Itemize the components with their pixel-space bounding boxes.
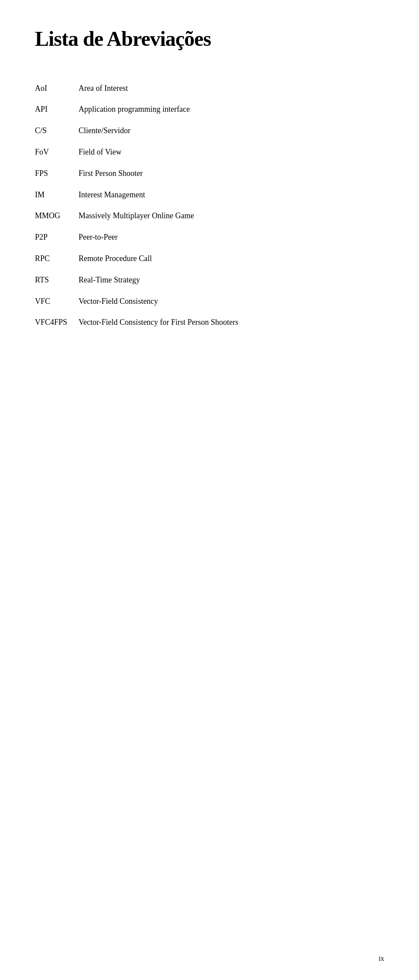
abbreviation-definition: Remote Procedure Call bbox=[79, 248, 384, 269]
page-title: Lista de Abreviações bbox=[35, 26, 384, 52]
abbreviation-row: VFCVector-Field Consistency bbox=[35, 291, 384, 312]
abbreviation-row: C/SCliente/Servidor bbox=[35, 120, 384, 141]
abbreviation-code: C/S bbox=[35, 120, 79, 141]
abbreviation-row: FPSFirst Person Shooter bbox=[35, 163, 384, 184]
abbreviation-definition: Cliente/Servidor bbox=[79, 120, 384, 141]
abbreviation-row: IMInterest Management bbox=[35, 184, 384, 206]
abbreviation-code: FPS bbox=[35, 163, 79, 184]
abbreviation-definition: Vector-Field Consistency bbox=[79, 291, 384, 312]
abbreviation-row: RPCRemote Procedure Call bbox=[35, 248, 384, 269]
abbreviation-definition: First Person Shooter bbox=[79, 163, 384, 184]
abbreviation-code: VFC4FPS bbox=[35, 312, 79, 333]
abbreviation-code: FoV bbox=[35, 141, 79, 163]
abbreviation-definition: Real-Time Strategy bbox=[79, 269, 384, 291]
abbreviation-row: VFC4FPSVector-Field Consistency for Firs… bbox=[35, 312, 384, 333]
abbreviation-row: RTSReal-Time Strategy bbox=[35, 269, 384, 291]
abbreviation-code: MMOG bbox=[35, 205, 79, 227]
abbreviation-code: IM bbox=[35, 184, 79, 206]
abbreviation-code: VFC bbox=[35, 291, 79, 312]
abbreviation-row: MMOGMassively Multiplayer Online Game bbox=[35, 205, 384, 227]
abbreviation-definition: Area of Interest bbox=[79, 78, 384, 99]
abbreviation-definition: Field of View bbox=[79, 141, 384, 163]
abbreviation-code: RPC bbox=[35, 248, 79, 269]
abbreviation-code: API bbox=[35, 99, 79, 120]
abbreviation-definition: Peer-to-Peer bbox=[79, 227, 384, 248]
abbreviation-code: RTS bbox=[35, 269, 79, 291]
abbreviation-code: P2P bbox=[35, 227, 79, 248]
abbreviations-table: AoIArea of InterestAPIApplication progra… bbox=[35, 78, 384, 334]
abbreviation-row: P2PPeer-to-Peer bbox=[35, 227, 384, 248]
abbreviation-definition: Interest Management bbox=[79, 184, 384, 206]
page-number: ix bbox=[379, 955, 384, 963]
abbreviation-row: FoVField of View bbox=[35, 141, 384, 163]
abbreviation-definition: Application programming interface bbox=[79, 99, 384, 120]
abbreviation-definition: Massively Multiplayer Online Game bbox=[79, 205, 384, 227]
abbreviation-code: AoI bbox=[35, 78, 79, 99]
abbreviation-row: AoIArea of Interest bbox=[35, 78, 384, 99]
abbreviation-row: APIApplication programming interface bbox=[35, 99, 384, 120]
abbreviation-definition: Vector-Field Consistency for First Perso… bbox=[79, 312, 384, 333]
